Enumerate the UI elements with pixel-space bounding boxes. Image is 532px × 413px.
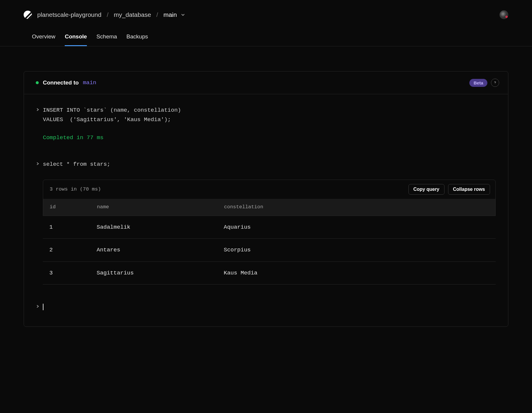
result-panel: 3 rows in (70 ms) Copy query Collapse ro… xyxy=(43,180,496,216)
breadcrumb-database[interactable]: my_database xyxy=(114,11,151,18)
cell-id: 1 xyxy=(49,222,97,232)
cell-name: Antares xyxy=(97,245,224,255)
breadcrumb-separator: / xyxy=(156,11,158,18)
user-avatar[interactable] xyxy=(499,10,508,19)
cell-id: 3 xyxy=(49,268,97,278)
column-header: id xyxy=(50,203,97,212)
connected-label: Connected to xyxy=(43,79,79,86)
chevron-down-icon[interactable] xyxy=(181,13,185,17)
console-panel: Connected to main Beta INSERT INTO `star… xyxy=(24,71,508,327)
prompt-chevron-icon xyxy=(36,105,39,125)
tab-overview[interactable]: Overview xyxy=(32,33,55,46)
breadcrumb-separator: / xyxy=(107,11,108,18)
result-meta: 3 rows in (70 ms) xyxy=(50,185,101,194)
column-header: constellation xyxy=(224,203,489,212)
cell-constellation: Aquarius xyxy=(224,222,489,232)
cell-id: 2 xyxy=(49,245,97,255)
column-header: name xyxy=(97,203,224,212)
query-status: Completed in 77 ms xyxy=(43,133,496,142)
question-icon xyxy=(493,81,497,84)
cell-name: Sadalmelik xyxy=(97,222,224,232)
beta-badge: Beta xyxy=(469,79,487,87)
breadcrumb: planetscale-playground / my_database / m… xyxy=(24,11,185,19)
collapse-rows-button[interactable]: Collapse rows xyxy=(448,184,490,195)
help-button[interactable] xyxy=(491,79,499,87)
breadcrumb-branch[interactable]: main xyxy=(163,11,177,18)
table-row: 2 Antares Scorpius xyxy=(43,239,496,261)
tab-schema[interactable]: Schema xyxy=(96,33,117,46)
prompt-chevron-icon xyxy=(36,302,39,312)
console-body: INSERT INTO `stars` (name, constellation… xyxy=(24,94,508,326)
query-entry: select * from stars; xyxy=(36,160,496,169)
breadcrumb-org[interactable]: planetscale-playground xyxy=(37,11,101,18)
cell-name: Sagittarius xyxy=(97,268,224,278)
console-header: Connected to main Beta xyxy=(24,71,508,94)
tab-bar: Overview Console Schema Backups xyxy=(24,33,508,46)
cell-constellation: Kaus Media xyxy=(224,268,489,278)
tab-backups[interactable]: Backups xyxy=(126,33,148,46)
cell-constellation: Scorpius xyxy=(224,245,489,255)
page-header: planetscale-playground / my_database / m… xyxy=(0,0,532,46)
query-text: INSERT INTO `stars` (name, constellation… xyxy=(43,105,181,125)
prompt-chevron-icon xyxy=(36,160,39,169)
console-input-row[interactable] xyxy=(36,302,496,312)
copy-query-button[interactable]: Copy query xyxy=(408,184,445,195)
tab-console[interactable]: Console xyxy=(65,33,87,46)
status-dot-icon xyxy=(36,81,39,84)
query-entry: INSERT INTO `stars` (name, constellation… xyxy=(36,105,496,125)
text-cursor xyxy=(43,304,43,310)
query-text: select * from stars; xyxy=(43,160,110,169)
result-rows: 1 Sadalmelik Aquarius 2 Antares Scorpius… xyxy=(36,216,496,284)
connected-branch[interactable]: main xyxy=(83,79,96,86)
svg-point-0 xyxy=(495,84,495,84)
table-row: 1 Sadalmelik Aquarius xyxy=(43,216,496,239)
planetscale-logo-icon[interactable] xyxy=(24,11,32,19)
result-columns: id name constellation xyxy=(43,199,495,216)
table-row: 3 Sagittarius Kaus Media xyxy=(43,262,496,284)
